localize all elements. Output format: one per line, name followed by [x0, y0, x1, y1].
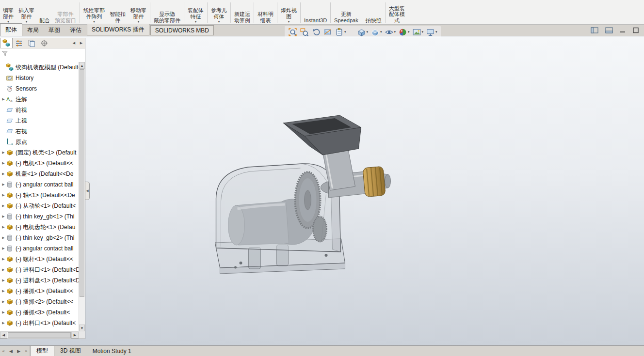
ribbon-button-take-snapshot[interactable]: 拍快照	[363, 0, 384, 24]
ribbon-button-move-component[interactable]: 移动零 部件▾	[128, 0, 149, 24]
scroll-up-icon[interactable]: ▲	[79, 62, 85, 69]
ribbon-button-update-speedpak[interactable]: 更新 Speedpak	[332, 0, 361, 24]
ribbon-button-exploded-view[interactable]: 爆炸视 图▾	[278, 0, 299, 24]
expand-icon[interactable]: ▶	[1, 247, 6, 250]
expand-icon[interactable]: ▶	[1, 183, 6, 186]
pane-left-icon[interactable]	[591, 27, 598, 33]
tree-item-part[interactable]: ▶(-) 电机齿轮<1> (Defau	[0, 222, 79, 232]
tab-model[interactable]: 模型	[30, 346, 54, 356]
dropdown-arrow-icon[interactable]: ▾	[7, 20, 9, 23]
assembly-model[interactable]: Y Z	[0, 36, 644, 345]
dropdown-arrow-icon[interactable]: ▾	[26, 20, 28, 23]
dimxpertmanager-tab[interactable]	[38, 38, 50, 48]
annotation-view-icon[interactable]: ▾	[334, 27, 347, 37]
tree-item-part[interactable]: ▶(-) 出料口<1> (Default<	[0, 318, 79, 328]
pane-bottom-icon[interactable]	[605, 27, 613, 33]
zoom-to-area-icon[interactable]	[299, 27, 309, 37]
section-view-icon[interactable]	[322, 27, 333, 37]
tree-item-part[interactable]: ▶(-) angular contact ball	[0, 179, 79, 190]
dropdown-arrow-icon[interactable]: ▾	[422, 30, 424, 34]
tab-solidworks-addins[interactable]: SOLIDWORKS 插件	[87, 24, 149, 35]
hide-show-items-icon[interactable]: ▾	[384, 27, 397, 37]
configurationmanager-tab[interactable]	[25, 38, 38, 48]
minimize-icon[interactable]	[620, 27, 626, 33]
view-settings-icon[interactable]: ▾	[425, 27, 438, 37]
zoom-to-fit-icon[interactable]	[288, 27, 298, 37]
tree-item-sensors[interactable]: Sensors	[0, 83, 79, 94]
view-orientation-icon[interactable]: ▾	[356, 27, 369, 37]
tab-solidworks-mbd[interactable]: SOLIDWORKS MBD	[150, 25, 214, 35]
tree-item-part[interactable]: ▶(固定) 机壳<1> (Default	[0, 147, 79, 158]
ribbon-button-smart-fasteners[interactable]: 智能扣 件	[107, 0, 128, 24]
ribbon-button-show-hidden-components[interactable]: 显示隐 藏的零部件	[151, 0, 183, 24]
expand-icon[interactable]: ▶	[1, 215, 6, 218]
scrollbar-thumb[interactable]	[80, 69, 84, 297]
expand-icon[interactable]: ▶	[1, 279, 6, 282]
dropdown-arrow-icon[interactable]: ▾	[344, 30, 346, 34]
last-tab-icon[interactable]: »	[25, 349, 27, 354]
dropdown-arrow-icon[interactable]: ▾	[195, 20, 197, 23]
featuremanager-tree-tab[interactable]	[0, 38, 13, 48]
ribbon-button-reference-geometry[interactable]: 参考几 何体▾	[209, 0, 229, 24]
next-tab-icon[interactable]: ▶	[17, 349, 20, 354]
tree-item-origin[interactable]: 原点	[0, 137, 79, 147]
tree-item-part[interactable]: ▶(-) 播抓<1> (Default<<	[0, 286, 79, 296]
apply-scene-icon[interactable]: ▾	[412, 27, 424, 37]
previous-view-icon[interactable]	[311, 27, 321, 37]
tree-item-part[interactable]: ▶(-) thin key_gb<1> (Thi	[0, 211, 79, 222]
ribbon-button-large-assembly-mode[interactable]: 大型装 配体模 式	[386, 0, 407, 24]
tree-item-root[interactable]: 绞肉机装配模型 (Default<D	[0, 62, 79, 73]
maximize-icon[interactable]	[632, 27, 639, 33]
tree-item-part[interactable]: ▶机盖<1> (Default<<De	[0, 169, 79, 179]
ribbon-button-bill-of-materials[interactable]: 材料明 细表	[255, 0, 276, 24]
tree-item-part[interactable]: ▶(-) thin key_gb<2> (Thi	[0, 232, 79, 243]
propertymanager-tab[interactable]	[13, 38, 25, 48]
expand-icon[interactable]: ▶	[1, 161, 6, 165]
tree-item-front-plane[interactable]: 前视	[0, 105, 79, 115]
ribbon-button-assembly-features[interactable]: 装配体 特征▾	[185, 0, 206, 24]
ribbon-button-edit-component[interactable]: 编零 部件▾	[0, 0, 16, 24]
tree-item-right-plane[interactable]: 右视	[0, 126, 79, 137]
filter-icon[interactable]	[1, 50, 8, 57]
scroll-right-icon[interactable]: ▶	[71, 332, 79, 339]
tab-motion-study-1[interactable]: Motion Study 1	[87, 346, 137, 356]
tree-vertical-scrollbar[interactable]: ▲ ▼	[79, 62, 85, 331]
hopper[interactable]	[284, 115, 361, 155]
expand-icon[interactable]: ▶	[1, 310, 6, 314]
prev-tab-icon[interactable]: ◀	[9, 349, 13, 354]
tree-item-part[interactable]: ▶(-) 螺杆<1> (Default<<	[0, 254, 79, 264]
dropdown-arrow-icon[interactable]: ▾	[380, 30, 382, 34]
dropdown-arrow-icon[interactable]: ▾	[367, 30, 369, 34]
tree-item-part[interactable]: ▶(-) 电机<1> (Default<<	[0, 158, 79, 169]
tree-horizontal-scrollbar[interactable]: ◀ ▶	[0, 331, 79, 339]
dropdown-arrow-icon[interactable]: ▾	[288, 20, 290, 23]
tab-assembly[interactable]: 配体	[0, 23, 22, 36]
scroll-left-icon[interactable]: ◀	[0, 332, 7, 339]
housing[interactable]	[216, 164, 341, 252]
panel-tab-scroll-left-icon[interactable]: ◀	[70, 38, 78, 48]
expand-icon[interactable]: ▶	[1, 268, 6, 272]
ribbon-button-new-motion-study[interactable]: 新建运 动算例	[232, 0, 253, 24]
dropdown-arrow-icon[interactable]: ▾	[435, 30, 437, 34]
expand-icon[interactable]: ▶	[1, 236, 6, 240]
tree-item-part[interactable]: ▶(-) 进料口<1> (Default<D	[0, 264, 79, 275]
dropdown-arrow-icon[interactable]: ▾	[93, 20, 95, 23]
tree-item-part[interactable]: ▶(-) 播抓<3> (Default<	[0, 307, 79, 318]
lock-nut[interactable]	[363, 166, 386, 197]
display-style-icon[interactable]: ▾	[370, 27, 383, 37]
dropdown-arrow-icon[interactable]: ▾	[408, 30, 410, 34]
tab-evaluate[interactable]: 评估	[65, 24, 86, 36]
expand-icon[interactable]: ▶	[1, 193, 6, 197]
tab-layout[interactable]: 布局	[22, 24, 44, 36]
graphics-area[interactable]: Y Z	[0, 36, 644, 345]
scroll-down-icon[interactable]: ▼	[79, 325, 85, 331]
tree-item-history[interactable]: History	[0, 73, 79, 83]
expand-icon[interactable]: ▶	[1, 172, 6, 176]
panel-tab-scroll-right-icon[interactable]: ▶	[78, 38, 85, 48]
expand-icon[interactable]: ▶	[1, 204, 6, 208]
tree-item-top-plane[interactable]: 上视	[0, 115, 79, 126]
dropdown-arrow-icon[interactable]: ▾	[218, 20, 220, 23]
dropdown-arrow-icon[interactable]: ▾	[394, 30, 396, 34]
ribbon-button-mate[interactable]: 配合	[37, 0, 52, 24]
expand-icon[interactable]: ▶	[1, 300, 6, 304]
